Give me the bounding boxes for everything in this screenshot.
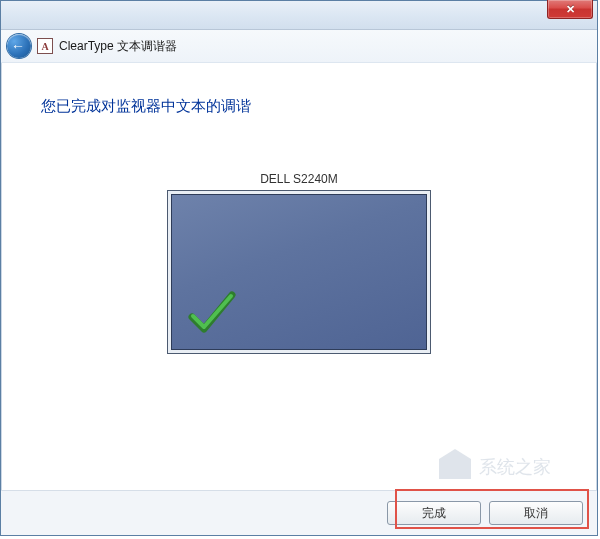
monitor-frame [167, 190, 431, 354]
close-icon: ✕ [566, 4, 575, 15]
arrow-left-icon: ← [11, 39, 25, 53]
monitor-name-label: DELL S2240M [41, 172, 557, 186]
wizard-window: ✕ ← A ClearType 文本调谐器 您已完成对监视器中文本的调谐 DEL… [0, 0, 598, 536]
watermark: 系统之家 [437, 445, 577, 485]
page-heading: 您已完成对监视器中文本的调谐 [41, 97, 557, 116]
titlebar: ✕ [1, 1, 597, 30]
cancel-button[interactable]: 取消 [489, 501, 583, 525]
checkmark-icon [186, 287, 238, 339]
nav-row: ← A ClearType 文本调谐器 [1, 30, 597, 63]
monitor-block: DELL S2240M [41, 172, 557, 354]
content-area: 您已完成对监视器中文本的调谐 DELL S2240M [1, 63, 597, 354]
app-icon: A [37, 38, 53, 54]
back-button[interactable]: ← [7, 34, 31, 58]
window-title: ClearType 文本调谐器 [59, 38, 177, 55]
wizard-footer: 完成 取消 [1, 490, 597, 535]
monitor-screen [171, 194, 427, 350]
finish-button[interactable]: 完成 [387, 501, 481, 525]
window-close-button[interactable]: ✕ [547, 0, 593, 19]
svg-text:系统之家: 系统之家 [479, 457, 551, 477]
